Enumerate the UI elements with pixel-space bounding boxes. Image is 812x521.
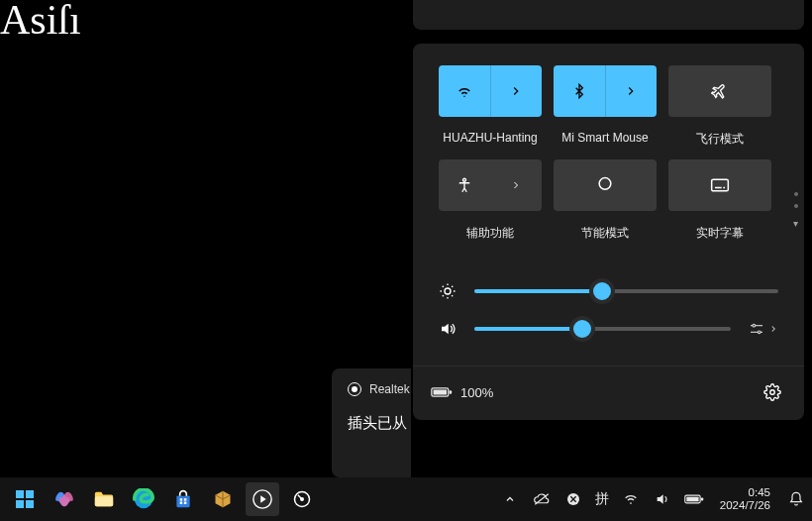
accessibility-tile[interactable] <box>439 159 542 211</box>
ime-indicator[interactable]: 拼 <box>595 490 609 508</box>
gauge-icon <box>292 489 312 509</box>
volume-icon <box>439 320 457 338</box>
battery-status[interactable]: 100% <box>431 385 493 400</box>
svg-rect-18 <box>16 500 24 508</box>
tray-close[interactable] <box>563 491 583 507</box>
wifi-label: HUAZHU-Hanting <box>443 131 537 145</box>
accessibility-expand[interactable] <box>490 159 542 211</box>
captions-label: 实时字幕 <box>696 225 744 242</box>
wifi-icon <box>456 82 473 100</box>
svg-rect-23 <box>184 498 187 501</box>
tray-volume[interactable] <box>653 491 672 507</box>
volume-row <box>439 310 778 348</box>
airplane-tile[interactable] <box>668 65 771 117</box>
svg-marker-33 <box>657 494 662 503</box>
app-indicator-icon <box>348 382 361 396</box>
taskbar-store[interactable] <box>166 482 200 516</box>
battery-saver-tile[interactable] <box>554 159 657 211</box>
notification-center-button[interactable] <box>788 491 804 507</box>
svg-point-11 <box>758 331 761 334</box>
accessibility-icon <box>456 176 473 194</box>
notification-card[interactable]: Realtek 插头已从 <box>332 368 411 477</box>
start-button[interactable] <box>8 482 42 516</box>
svg-point-15 <box>770 390 775 395</box>
battery-icon <box>684 493 704 505</box>
accessibility-label: 辅助功能 <box>466 225 514 242</box>
svg-rect-25 <box>184 502 187 505</box>
tray-wifi[interactable] <box>621 491 641 507</box>
settings-button[interactable] <box>759 378 786 406</box>
taskbar-app-1[interactable] <box>206 482 240 516</box>
svg-marker-27 <box>260 495 266 502</box>
mixer-icon <box>749 322 764 336</box>
wifi-expand[interactable] <box>490 65 543 117</box>
system-tray: 拼 0:45 2024/7/26 <box>500 486 804 512</box>
svg-rect-16 <box>16 490 24 498</box>
bell-icon <box>788 491 804 507</box>
battery-saver-label: 节能模式 <box>581 225 629 242</box>
bluetooth-tile[interactable] <box>554 65 657 117</box>
brightness-row <box>439 272 778 310</box>
svg-rect-13 <box>434 389 448 394</box>
volume-slider[interactable] <box>474 327 731 331</box>
folder-icon <box>93 489 115 509</box>
clock-time: 0:45 <box>749 486 770 499</box>
svg-rect-35 <box>686 497 698 502</box>
taskbar-copilot[interactable] <box>48 482 81 516</box>
wifi-toggle[interactable] <box>439 65 490 117</box>
bluetooth-icon <box>571 83 587 99</box>
svg-rect-20 <box>95 496 113 506</box>
airplane-label: 飞行模式 <box>696 131 744 148</box>
svg-rect-24 <box>180 502 183 505</box>
accessibility-toggle[interactable] <box>439 159 490 211</box>
svg-rect-19 <box>26 500 34 508</box>
watermark-text: Asiſı <box>0 0 81 44</box>
clock-date: 2024/7/26 <box>720 499 770 512</box>
bluetooth-label: Mi Smart Mouse <box>561 131 648 145</box>
taskbar-clock[interactable]: 0:45 2024/7/26 <box>720 486 770 512</box>
battery-icon <box>431 385 453 399</box>
store-icon <box>173 489 193 509</box>
volume-thumb[interactable] <box>569 316 595 342</box>
cloud-slash-icon <box>533 492 551 506</box>
play-circle-icon <box>252 488 273 510</box>
svg-rect-36 <box>701 497 703 500</box>
copilot-icon <box>53 488 75 510</box>
page-dot <box>794 204 798 208</box>
brightness-slider[interactable] <box>474 289 778 293</box>
tray-battery[interactable] <box>684 493 704 505</box>
gear-icon <box>763 383 781 401</box>
taskbar-media-player[interactable] <box>246 482 279 516</box>
battery-pct: 100% <box>460 385 493 400</box>
chevron-right-icon <box>510 179 522 191</box>
captions-tile[interactable] <box>668 159 771 211</box>
brightness-thumb[interactable] <box>589 278 615 304</box>
svg-marker-7 <box>442 324 449 335</box>
edge-icon <box>133 488 154 510</box>
taskbar: 拼 0:45 2024/7/26 <box>0 477 812 521</box>
volume-fill <box>474 327 582 331</box>
bluetooth-expand[interactable] <box>605 65 658 117</box>
page-indicator[interactable]: ▾ <box>793 192 798 229</box>
taskbar-edge[interactable] <box>127 482 160 516</box>
svg-point-32 <box>630 502 632 504</box>
taskbar-app-2[interactable] <box>285 482 319 516</box>
battery-saver-icon <box>595 175 615 195</box>
svg-rect-14 <box>450 390 453 393</box>
brightness-fill <box>474 289 602 293</box>
tray-onedrive[interactable] <box>532 492 552 506</box>
tray-overflow[interactable] <box>500 493 520 505</box>
quick-action-grid: HUAZHU-Hanting Mi Smart Mouse 飞行模式 <box>413 44 804 252</box>
wifi-icon <box>623 491 639 507</box>
bluetooth-toggle[interactable] <box>554 65 605 117</box>
windows-icon <box>15 489 35 509</box>
chevron-right-icon <box>624 84 638 98</box>
audio-output-button[interactable] <box>749 322 778 336</box>
page-dot <box>794 192 798 196</box>
quick-settings-panel: HUAZHU-Hanting Mi Smart Mouse 飞行模式 <box>413 44 804 420</box>
chevron-right-icon <box>768 324 778 334</box>
svg-point-10 <box>753 324 756 327</box>
taskbar-explorer[interactable] <box>87 482 121 516</box>
wifi-tile[interactable] <box>439 65 542 117</box>
notification-app: Realtek <box>369 382 410 396</box>
